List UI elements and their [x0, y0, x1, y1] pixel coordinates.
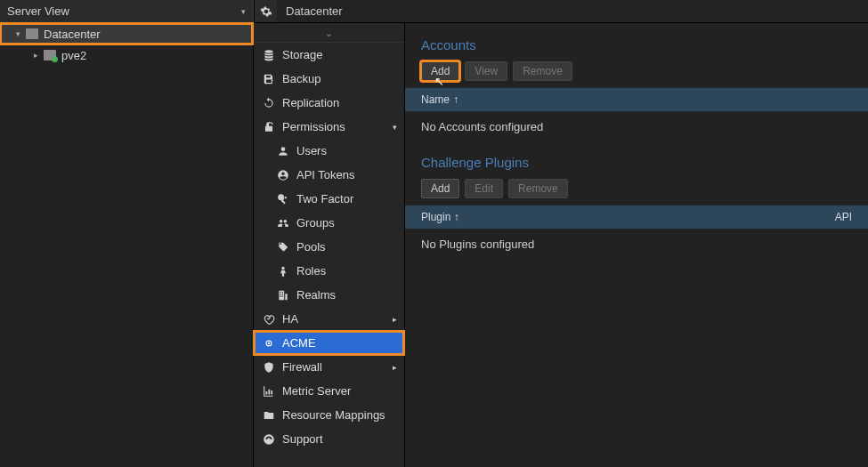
accounts-title: Accounts — [405, 34, 868, 58]
nav-item-label: Realms — [296, 288, 336, 302]
nav-item-replication[interactable]: Replication — [254, 91, 404, 115]
nav-item-metric[interactable]: Metric Server — [254, 379, 404, 403]
nav-item-label: Two Factor — [296, 192, 353, 205]
nav-item-label: Users — [296, 144, 327, 157]
nav-item-label: Metric Server — [282, 384, 351, 398]
nav-item-two-factor[interactable]: Two Factor — [254, 187, 404, 211]
plugins-col-plugin: Plugin — [421, 211, 450, 223]
nav-item-groups[interactable]: Groups — [254, 211, 404, 235]
nav-item-label: Pools — [296, 240, 326, 254]
nav-item-pools[interactable]: Pools — [254, 235, 404, 259]
nav-item-label: Permissions — [282, 120, 345, 133]
settings-button[interactable] — [254, 0, 277, 23]
save-icon — [263, 73, 275, 85]
sync-icon — [263, 97, 275, 109]
svg-point-1 — [268, 342, 270, 343]
nav-item-api-tokens[interactable]: API Tokens — [254, 163, 404, 187]
sort-asc-icon: ↑ — [453, 93, 458, 106]
datacenter-icon — [26, 28, 38, 39]
accounts-view-button[interactable]: View — [465, 61, 507, 81]
nav-item-acme[interactable]: ACME — [254, 331, 404, 355]
plugins-edit-button[interactable]: Edit — [465, 179, 503, 198]
chart-icon — [263, 385, 275, 398]
key-icon — [277, 193, 289, 205]
nav-item-label: Roles — [296, 264, 326, 278]
plugins-empty: No Plugins configured — [405, 229, 868, 269]
cert-icon — [263, 337, 275, 350]
accounts-toolbar: Add ↖ View Remove — [405, 58, 868, 88]
nav-item-label: Firewall — [282, 360, 322, 374]
nav-item-label: API Tokens — [296, 168, 355, 181]
server-view-selector[interactable]: Server View ▾ — [0, 0, 254, 22]
nav-item-realms[interactable]: Realms — [254, 283, 404, 307]
plugins-title: Challenge Plugins — [405, 151, 868, 175]
support-icon — [263, 433, 275, 446]
accounts-col-name: Name — [421, 93, 450, 106]
nav-item-resource-mappings[interactable]: Resource Mappings — [254, 403, 404, 427]
tree-item-label: Datacenter — [44, 28, 101, 41]
nav-pane: ⌃ StorageBackupReplicationPermissions▾Us… — [254, 23, 405, 467]
nav-item-roles[interactable]: Roles — [254, 259, 404, 283]
folder-icon — [263, 409, 275, 422]
chevron-up-icon: ⌃ — [325, 27, 333, 38]
plugins-remove-button[interactable]: Remove — [508, 179, 568, 198]
plugins-add-button[interactable]: Add — [421, 179, 459, 198]
caret-icon: ▾ — [16, 29, 20, 38]
building-icon — [277, 289, 289, 302]
lock-open-icon — [263, 121, 275, 133]
plugins-header[interactable]: Plugin ↑ API — [405, 205, 868, 229]
nav-item-label: Support — [282, 432, 323, 446]
accounts-remove-button[interactable]: Remove — [513, 61, 572, 81]
nav-item-label: Replication — [282, 96, 339, 109]
nav-item-label: HA — [282, 312, 298, 326]
chevron-down-icon: ▾ — [241, 7, 246, 16]
accounts-empty: No Accounts configured — [405, 111, 868, 151]
tree-pane: ▾ Datacenter ▸ pve2 — [0, 23, 254, 467]
collapse-button[interactable]: ⌃ — [254, 23, 404, 43]
nav-item-firewall[interactable]: Firewall▸ — [254, 355, 404, 379]
accounts-add-button[interactable]: Add ↖ — [421, 61, 459, 81]
nav-item-storage[interactable]: Storage — [254, 43, 404, 67]
tree-item-label: pve2 — [61, 49, 86, 62]
nav-item-users[interactable]: Users — [254, 139, 404, 163]
user-icon — [277, 145, 289, 157]
nav-item-label: Groups — [296, 216, 335, 229]
nav-item-permissions[interactable]: Permissions▾ — [254, 115, 404, 139]
breadcrumb: Datacenter — [277, 0, 868, 22]
tree-item-datacenter[interactable]: ▾ Datacenter — [0, 23, 253, 44]
sort-asc-icon: ↑ — [454, 211, 459, 223]
tags-icon — [277, 241, 289, 254]
plugins-toolbar: Add Edit Remove — [405, 175, 868, 205]
male-icon — [277, 265, 289, 278]
nav-item-support[interactable]: Support — [254, 427, 404, 451]
heart-icon — [263, 313, 275, 326]
chevron-down-icon: ▾ — [393, 123, 397, 132]
caret-icon: ▸ — [34, 51, 38, 60]
content-pane: Accounts Add ↖ View Remove Name ↑ No Acc… — [405, 23, 868, 467]
plugins-col-api: API — [835, 211, 852, 223]
nav-item-label: Resource Mappings — [282, 408, 385, 422]
server-view-label: Server View — [7, 4, 69, 18]
group-icon — [277, 217, 289, 229]
nav-item-label: Backup — [282, 72, 320, 85]
accounts-header[interactable]: Name ↑ — [405, 88, 868, 111]
nav-item-ha[interactable]: HA▸ — [254, 307, 404, 331]
nav-item-label: Storage — [282, 48, 323, 61]
database-icon — [263, 49, 275, 61]
chevron-right-icon: ▸ — [393, 363, 397, 372]
nav-item-label: ACME — [282, 336, 316, 350]
shield-icon — [263, 361, 275, 374]
tree-item-node-pve2[interactable]: ▸ pve2 — [0, 44, 253, 66]
cursor-icon: ↖ — [434, 75, 444, 88]
gear-icon — [260, 5, 272, 18]
chevron-right-icon: ▸ — [393, 315, 397, 324]
node-icon — [44, 50, 56, 60]
user-circle-icon — [277, 169, 289, 181]
nav-item-backup[interactable]: Backup — [254, 67, 404, 91]
